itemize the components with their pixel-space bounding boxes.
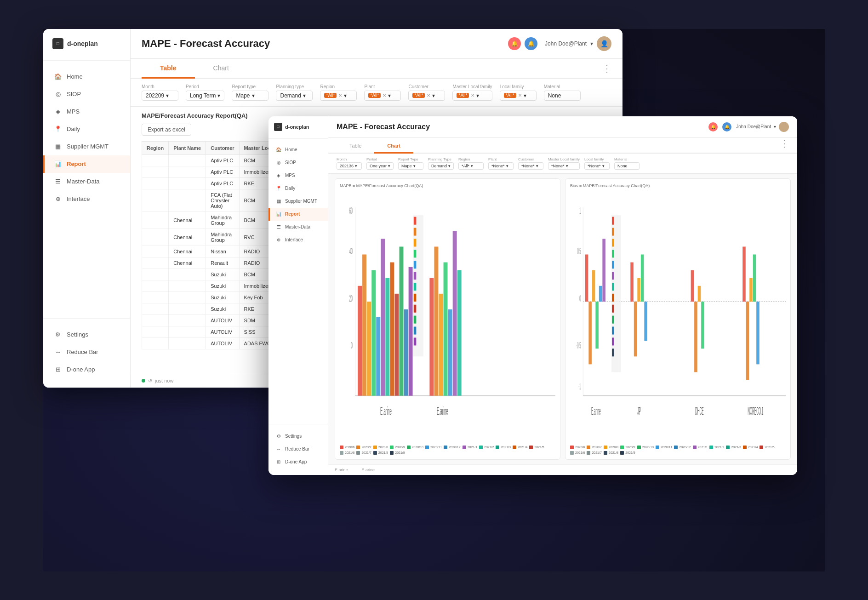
legend-item: 2021/1	[463, 446, 477, 449]
chart-filter-mlf-select[interactable]: *None* ▾	[548, 162, 580, 170]
chart-sidebar-item-settings[interactable]: ⚙ Settings	[268, 430, 328, 443]
chart-filter-pt-select[interactable]: Demand ▾	[428, 162, 454, 170]
filter-report-type-chevron: ▾	[252, 92, 255, 99]
tab-table[interactable]: Table	[142, 59, 195, 79]
filter-customer-chevron: ▾	[432, 92, 435, 99]
legend-item: 2021/3	[496, 446, 510, 449]
filter-period-select[interactable]: Long Term ▾	[186, 91, 224, 101]
legend-item: 2020/11	[656, 446, 672, 449]
chart-sidebar-item-master-data[interactable]: ☰ Master-Data	[268, 221, 328, 234]
chart-tab-table[interactable]: Table	[337, 139, 374, 154]
chart-filter-plant-value: *None*	[491, 164, 505, 168]
sidebar-item-home[interactable]: 🏠 Home	[43, 68, 130, 86]
svg-rect-71	[612, 239, 614, 246]
chart-filter-lf-select[interactable]: *None* ▾	[584, 162, 610, 170]
filter-lf-select[interactable]: *All* ✕ ▾	[500, 91, 537, 101]
chart-tab-chart[interactable]: Chart	[374, 139, 413, 154]
legend-color-swatch	[513, 446, 516, 449]
filter-region-label: Region	[320, 84, 357, 89]
more-options-icon[interactable]: ⋮	[602, 63, 611, 78]
chart-more-options-icon[interactable]: ⋮	[780, 138, 789, 153]
chart-filter-plant-select[interactable]: *None* ▾	[488, 162, 514, 170]
filter-plant-remove[interactable]: ✕	[383, 93, 386, 98]
chart-sidebar-item-supplier-mgmt[interactable]: ▦ Supplier MGMT	[268, 195, 328, 208]
filter-lf-remove[interactable]: ✕	[518, 93, 522, 98]
filter-planning-type-select[interactable]: Demand ▾	[276, 91, 313, 101]
chart-sidebar-item-home[interactable]: 🏠 Home	[268, 143, 328, 156]
filter-plant-select[interactable]: *All* ✕ ▾	[364, 91, 401, 101]
legend-item: 2021/3	[726, 446, 741, 449]
filter-mlf-select[interactable]: *All* ✕ ▾	[452, 91, 492, 101]
sidebar-item-siop[interactable]: ◎ SIOP	[43, 86, 130, 103]
sidebar-item-reduce-bar[interactable]: ↔ Reduce Bar	[43, 343, 130, 361]
chart-sidebar-item-reduce-bar[interactable]: ↔ Reduce Bar	[268, 443, 328, 456]
filter-report-type: Report type Mape ▾	[232, 84, 268, 101]
chart-filter-period-select[interactable]: One year ▾	[366, 162, 394, 170]
export-excel-button[interactable]: Export as excel	[142, 124, 191, 136]
cell-customer: Mahindra Group	[206, 229, 239, 246]
chart-sidebar-item-report[interactable]: 📊 Report	[268, 208, 328, 221]
chart-top-bar: MAPE - Forecast Accuracy 🔔 🔔 John Doe@Pl…	[328, 116, 797, 138]
sidebar-item-master-data[interactable]: ☰ Master-Data	[43, 173, 130, 190]
chart-filter-region: Region *All* ▾	[458, 157, 484, 170]
legend-label: 2020/6	[575, 446, 585, 449]
legend-color-swatch	[674, 446, 678, 449]
legend-color-swatch	[587, 446, 590, 449]
filter-month-chevron: ▾	[166, 92, 169, 99]
status-icon: ↺	[148, 378, 152, 384]
chart-sidebar-item-d-one-app[interactable]: ⊞ D-one App	[268, 456, 328, 469]
sidebar-item-d-one-app[interactable]: ⊞ D-one App	[43, 361, 130, 378]
chart-filter-plant: Plant *None* ▾	[488, 157, 514, 170]
chart-notif-bell[interactable]: 🔔	[708, 122, 718, 131]
chart-sidebar-label-mps: MPS	[285, 173, 295, 178]
sidebar-item-mps[interactable]: ◈ MPS	[43, 103, 130, 120]
tab-chart[interactable]: Chart	[195, 59, 247, 79]
chart-sidebar-label-report: Report	[285, 211, 300, 217]
chart-sidebar-item-mps[interactable]: ◈ MPS	[268, 169, 328, 182]
cell-plant	[169, 337, 206, 349]
filter-mlf-remove[interactable]: ✕	[471, 93, 474, 98]
filter-customer-remove[interactable]: ✕	[427, 93, 430, 98]
chart-filter-mat-select[interactable]: None	[614, 162, 640, 170]
chart-user-area[interactable]: John Doe@Plant ▾	[736, 122, 789, 132]
legend-item: 2020/6	[340, 446, 354, 449]
chart-filter-mat-label: Material	[614, 157, 640, 161]
sidebar-item-report[interactable]: 📊 Report	[43, 155, 130, 173]
notification-flag-icon[interactable]: 🔔	[525, 37, 537, 50]
chart-sidebar-item-daily[interactable]: 📍 Daily	[268, 182, 328, 195]
legend-item: 2021/4	[743, 446, 758, 449]
chart-filter-rt-select[interactable]: Mape ▾	[398, 162, 423, 170]
sidebar-item-daily[interactable]: 📍 Daily	[43, 120, 130, 138]
chart-sidebar-item-interface[interactable]: ⊕ Interface	[268, 234, 328, 246]
mape-bar-chart: 60 40 20 0	[340, 192, 555, 443]
legend-label: 2021/2	[714, 446, 724, 449]
filter-region-remove[interactable]: ✕	[338, 93, 342, 98]
sidebar-item-settings[interactable]: ⚙ Settings	[43, 326, 130, 343]
svg-rect-79	[612, 326, 614, 334]
chart-filter-region-select[interactable]: *All* ▾	[458, 162, 484, 170]
cell-plant	[169, 314, 206, 326]
notification-bell-icon[interactable]: 🔔	[508, 37, 521, 50]
legend-label: 2020/9	[625, 446, 635, 449]
filter-period-value: Long Term	[190, 92, 216, 99]
chart-sidebar-item-siop[interactable]: ◎ SIOP	[268, 156, 328, 169]
legend-label: 2021/5	[534, 446, 544, 449]
svg-rect-22	[414, 250, 417, 257]
filter-customer-select[interactable]: *All* ✕ ▾	[408, 91, 445, 101]
sidebar-item-supplier-mgmt[interactable]: ▦ Supplier MGMT	[43, 138, 130, 155]
cell-plant	[169, 154, 206, 166]
chart-filter-month-select[interactable]: 202136 ▾	[337, 162, 362, 170]
filter-material-select[interactable]: None	[544, 91, 581, 101]
svg-rect-72	[612, 250, 614, 257]
sidebar-item-interface[interactable]: ⊕ Interface	[43, 190, 130, 208]
chart-notif-flag[interactable]: 🔔	[722, 122, 731, 131]
svg-text:0: 0	[579, 292, 581, 303]
filter-region-select[interactable]: *All* ✕ ▾	[320, 91, 357, 101]
cell-plant	[169, 177, 206, 189]
chart-filter-cust-select[interactable]: *None* ▾	[518, 162, 543, 170]
chart-mps-icon: ◈	[275, 172, 282, 179]
user-area[interactable]: John Doe@Plant ▾ 👤	[545, 36, 611, 51]
cell-customer: AUTOLIV	[206, 314, 239, 326]
filter-report-type-select[interactable]: Mape ▾	[232, 91, 268, 101]
filter-month-select[interactable]: 202209 ▾	[142, 91, 178, 101]
